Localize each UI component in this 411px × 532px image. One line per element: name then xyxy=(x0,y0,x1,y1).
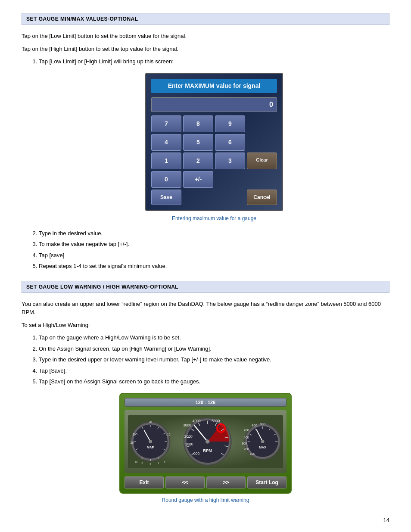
key-6[interactable]: 6 xyxy=(215,134,245,151)
gauge-caption: Round gauge with a high limit warning xyxy=(162,497,249,503)
svg-text:6: 6 xyxy=(142,457,143,459)
svg-text:10: 10 xyxy=(135,461,137,464)
keypad-display: 0 xyxy=(151,97,277,112)
key-4[interactable]: 4 xyxy=(151,134,181,151)
keypad-caption: Entering maximum value for a gauge xyxy=(172,215,256,222)
svg-point-67 xyxy=(261,440,265,443)
gauge-dashboard: 120 - 126 xyxy=(119,393,292,494)
gauge-controls: Exit << >> Start Log xyxy=(125,476,286,488)
gauge-svg: 30 20 28 10 6 4 2 MAP 10 8 6 4 xyxy=(128,414,283,470)
section2-step-3: Type in the desired upper or lower warni… xyxy=(39,355,389,364)
section1-step-3: To make the value negative tap [+/-]. xyxy=(39,240,389,249)
svg-text:4: 4 xyxy=(158,462,159,464)
gauge-startlog-button[interactable]: Start Log xyxy=(247,476,286,488)
keypad-cancel-button[interactable]: Cancel xyxy=(247,190,277,205)
section1-header-text: SET GAUGE MIN/MAX VALUES-OPTIONAL xyxy=(26,16,138,22)
keypad-save-button[interactable]: Save xyxy=(151,190,181,205)
svg-text:300: 300 xyxy=(242,441,247,445)
svg-text:RPM: RPM xyxy=(203,448,212,452)
key-9[interactable]: 9 xyxy=(215,115,245,132)
key-clear[interactable]: Clear xyxy=(247,152,277,169)
keypad-title: Enter MAXIMUM value for signal xyxy=(151,79,277,93)
section2-step-1: Tap on the gauge where a High/Low Warnin… xyxy=(39,333,389,342)
section2-para1: You can also create an upper and lower “… xyxy=(22,300,389,317)
key-empty-4 xyxy=(247,171,277,188)
section1-step-2: Type in the desired value. xyxy=(39,229,389,238)
svg-text:4000: 4000 xyxy=(193,419,201,423)
svg-text:3000: 3000 xyxy=(183,423,191,427)
svg-text:900: 900 xyxy=(260,422,265,426)
svg-text:30: 30 xyxy=(133,432,136,436)
section2-header: SET GAUGE LOW WARNING / HIGH WARNING-OPT… xyxy=(22,281,389,293)
section1-steps-post: Type in the desired value. To make the v… xyxy=(39,229,389,271)
svg-text:10: 10 xyxy=(167,432,171,436)
keypad: Enter MAXIMUM value for signal 0 7 8 9 4… xyxy=(145,73,283,211)
key-2[interactable]: 2 xyxy=(183,152,213,169)
section2-step-2: On the Assign Signal screen, tap on [Hig… xyxy=(39,345,389,353)
svg-text:20: 20 xyxy=(131,441,134,444)
section1-header: SET GAUGE MIN/MAX VALUES-OPTIONAL xyxy=(22,13,389,25)
svg-text:2: 2 xyxy=(158,457,159,459)
svg-point-48 xyxy=(206,439,209,443)
section2-para2: To set a High/Low Warning: xyxy=(22,321,389,330)
key-0[interactable]: 0 xyxy=(151,171,181,188)
gauge-image-container: 120 - 126 xyxy=(22,393,389,503)
gauge-back-button[interactable]: << xyxy=(165,476,205,488)
svg-text:28: 28 xyxy=(149,420,152,423)
keypad-grid: 7 8 9 4 5 6 1 2 3 Clear xyxy=(151,115,277,188)
section1-step-intro: Tap [Low Limit] or [High Limit] will bri… xyxy=(39,57,389,222)
svg-point-20 xyxy=(149,440,152,443)
key-empty-2 xyxy=(247,134,277,151)
svg-text:1000: 1000 xyxy=(185,442,193,446)
key-empty-3 xyxy=(215,171,245,188)
keypad-image-container: Enter MAXIMUM value for signal 0 7 8 9 4… xyxy=(39,73,389,222)
key-8[interactable]: 8 xyxy=(183,115,213,132)
svg-text:MAP: MAP xyxy=(147,445,154,449)
key-7[interactable]: 7 xyxy=(151,115,181,132)
svg-text:6: 6 xyxy=(150,463,151,465)
keypad-bottom-row: Save Cancel xyxy=(151,190,277,205)
svg-text:100: 100 xyxy=(250,452,255,456)
section1-step-4: Tap [save] xyxy=(39,251,389,260)
gauge-exit-button[interactable]: Exit xyxy=(125,476,164,488)
svg-text:MAX: MAX xyxy=(259,445,266,449)
section2-header-text: SET GAUGE LOW WARNING / HIGH WARNING-OPT… xyxy=(26,284,178,290)
svg-text:8: 8 xyxy=(142,462,143,464)
key-empty-1 xyxy=(247,115,277,132)
section2-step-5: Tap [Save] on the Assign Signal screen t… xyxy=(39,377,389,386)
section2-step-4: Tap [Save]. xyxy=(39,367,389,375)
svg-text:200: 200 xyxy=(243,447,249,451)
keypad-empty-1 xyxy=(183,190,213,205)
section1-step-5: Repeat steps 1-4 to set the signal's min… xyxy=(39,262,389,271)
key-1[interactable]: 1 xyxy=(151,152,181,169)
key-3[interactable]: 3 xyxy=(215,152,245,169)
section-gauge-warning: SET GAUGE LOW WARNING / HIGH WARNING-OPT… xyxy=(22,281,389,503)
keypad-empty-2 xyxy=(215,190,245,205)
gauge-forward-button[interactable]: >> xyxy=(206,476,246,488)
svg-text:000: 000 xyxy=(193,451,199,456)
key-5[interactable]: 5 xyxy=(183,134,213,151)
section1-para1: Tap on the [Low Limit] button to set the… xyxy=(22,32,389,40)
section1-para2: Tap on the [High Limit] button to set th… xyxy=(22,45,389,53)
svg-text:400: 400 xyxy=(243,436,249,439)
section2-steps: Tap on the gauge where a High/Low Warnin… xyxy=(39,333,389,386)
svg-text:700: 700 xyxy=(243,428,249,432)
section1-steps-pre: Tap [Low Limit] or [High Limit] will bri… xyxy=(39,57,389,222)
svg-text:2000: 2000 xyxy=(184,434,193,438)
page-number: 14 xyxy=(383,517,389,523)
svg-text:2: 2 xyxy=(164,461,165,464)
svg-text:5000: 5000 xyxy=(212,419,220,423)
gauge-top-bar: 120 - 126 xyxy=(125,398,286,407)
svg-text:4: 4 xyxy=(150,458,151,461)
section-gauge-minmax: SET GAUGE MIN/MAX VALUES-OPTIONAL Tap on… xyxy=(22,13,389,271)
svg-text:800: 800 xyxy=(252,423,257,427)
key-plusminus[interactable]: +/- xyxy=(183,171,213,188)
gauge-display: 30 20 28 10 6 4 2 MAP 10 8 6 4 xyxy=(125,410,286,473)
